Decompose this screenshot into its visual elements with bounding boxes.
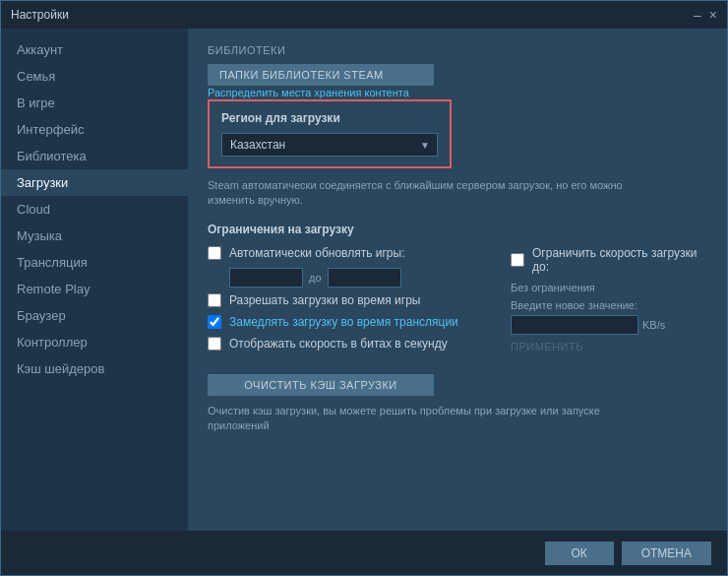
sidebar-item-broadcast[interactable]: Трансляция [1, 249, 188, 276]
sidebar: АккаунтСемьяВ игреИнтерфейсБиблиотекаЗаг… [1, 29, 188, 531]
clear-cache-button[interactable]: ОЧИСТИТЬ КЭШ ЗАГРУЗКИ [208, 374, 434, 396]
allowingame-row: Разрешать загрузки во время игры [208, 293, 491, 307]
footer: ОК ОТМЕНА [1, 532, 727, 575]
limits-left-col: Автоматически обновлять игры: до Разреша… [208, 246, 491, 358]
sidebar-item-cloud[interactable]: Cloud [1, 196, 188, 223]
sidebar-item-interface[interactable]: Интерфейс [1, 116, 188, 143]
settings-window: Настройки – × АккаунтСемьяВ игреИнтерфей… [0, 0, 728, 576]
speed-from-input[interactable] [229, 268, 303, 288]
download-region-box: Регион для загрузки Казахстан Россия Гер… [208, 99, 452, 168]
showbits-row: Отображать скорость в битах в секунду [208, 337, 491, 351]
throttle-checkbox[interactable] [208, 315, 221, 329]
minimize-button[interactable]: – [694, 8, 701, 22]
sidebar-item-ingame[interactable]: В игре [1, 90, 188, 116]
no-limit-text: Без ограничения [511, 282, 707, 293]
limits-columns: Автоматически обновлять игры: до Разреша… [208, 246, 707, 358]
showbits-label: Отображать скорость в битах в секунду [229, 337, 448, 351]
sidebar-item-controller[interactable]: Контроллер [1, 329, 188, 355]
sidebar-item-downloads[interactable]: Загрузки [1, 169, 188, 196]
limit-speed-checkbox[interactable] [511, 253, 524, 267]
allowingame-label: Разрешать загрузки во время игры [229, 293, 420, 307]
sidebar-item-remoteplay[interactable]: Remote Play [1, 276, 188, 302]
content-area: АккаунтСемьяВ игреИнтерфейсБиблиотекаЗаг… [1, 29, 727, 531]
title-bar: Настройки – × [1, 1, 727, 29]
autoupdate-row: Автоматически обновлять игры: [208, 246, 491, 260]
apply-button[interactable]: ПРИМЕНИТЬ [511, 341, 583, 352]
sidebar-item-browser[interactable]: Браузер [1, 302, 188, 329]
region-select[interactable]: Казахстан Россия Германия США [221, 133, 438, 157]
title-bar-controls: – × [694, 8, 717, 22]
speed-to-input[interactable] [328, 268, 401, 288]
limits-title: Ограничения на загрузку [208, 223, 707, 236]
limit-speed-row: Ограничить скорость загрузки до: [511, 246, 707, 274]
allowingame-checkbox[interactable] [208, 293, 221, 307]
cancel-button[interactable]: ОТМЕНА [622, 542, 711, 565]
throttle-label: Замедлять загрузку во время трансляции [229, 315, 458, 329]
sidebar-item-music[interactable]: Музыка [1, 223, 188, 249]
limits-right-col: Ограничить скорость загрузки до: Без огр… [511, 246, 707, 353]
window-title: Настройки [11, 8, 69, 22]
kbs-input[interactable] [511, 315, 638, 335]
cache-description: Очистив кэш загрузки, вы можете решить п… [208, 404, 660, 434]
until-label: до [309, 272, 322, 284]
libraries-section-title: Библиотеки [208, 44, 707, 56]
steam-folders-button[interactable]: ПАПКИ БИБЛИОТЕКИ STEAM [208, 64, 434, 86]
region-label: Регион для загрузки [221, 111, 438, 125]
autoupdate-label: Автоматически обновлять игры: [229, 246, 404, 260]
speed-limit-row: до [229, 268, 491, 288]
distribute-link[interactable]: Распределить места хранения контента [208, 87, 409, 98]
auto-connect-text: Steam автоматически соединяется с ближай… [208, 178, 660, 209]
kbs-label: KB/s [642, 319, 665, 331]
close-button[interactable]: × [709, 8, 717, 22]
enter-value-label: Введите новое значение: [511, 299, 707, 311]
sidebar-item-family[interactable]: Семья [1, 63, 188, 90]
sidebar-item-library[interactable]: Библиотека [1, 143, 188, 169]
limit-speed-label: Ограничить скорость загрузки до: [532, 246, 707, 274]
sidebar-item-shadercache[interactable]: Кэш шейдеров [1, 355, 188, 382]
autoupdate-checkbox[interactable] [208, 246, 221, 260]
region-select-wrapper: Казахстан Россия Германия США ▼ [221, 133, 438, 157]
ok-button[interactable]: ОК [545, 542, 614, 565]
showbits-checkbox[interactable] [208, 337, 221, 351]
main-panel: Библиотеки ПАПКИ БИБЛИОТЕКИ STEAM Распре… [188, 29, 727, 531]
sidebar-item-account[interactable]: Аккаунт [1, 36, 188, 63]
kbs-row: KB/s [511, 315, 707, 335]
throttle-row: Замедлять загрузку во время трансляции [208, 315, 491, 329]
